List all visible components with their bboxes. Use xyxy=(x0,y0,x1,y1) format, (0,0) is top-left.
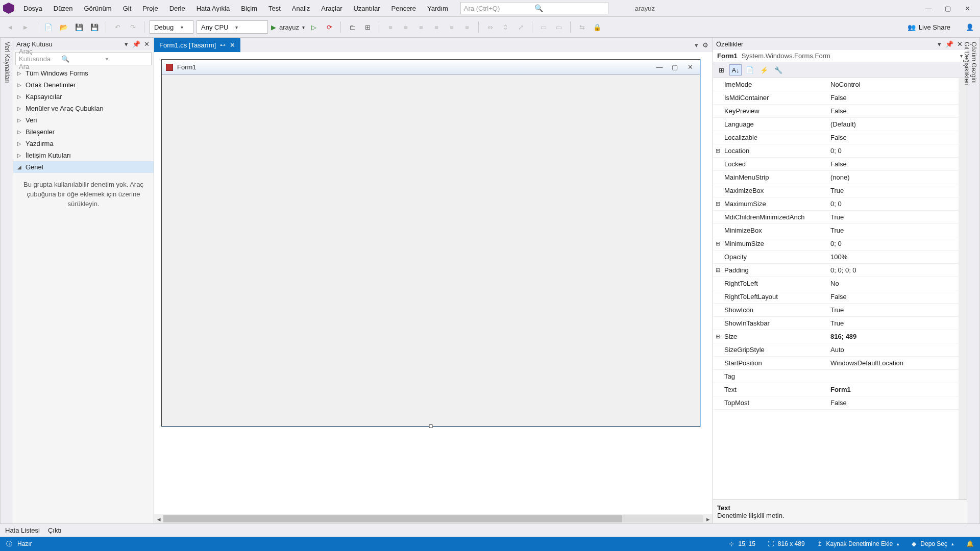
send-back-icon[interactable]: ▭ xyxy=(553,21,565,33)
prop-pages-icon[interactable]: 🔧 xyxy=(772,64,785,76)
tab-output[interactable]: Çıktı xyxy=(48,527,62,534)
property-row[interactable]: SizeGripStyleAuto xyxy=(713,343,959,357)
save-all-icon[interactable]: 💾 xyxy=(88,21,101,33)
toolbox-group[interactable]: ▷Bileşenler xyxy=(13,126,154,138)
property-row[interactable]: ⊞Size816; 489 xyxy=(713,330,959,343)
tab-pin-icon[interactable]: ⊷ xyxy=(220,42,226,48)
repo-select-button[interactable]: ◆ Depo Seç ▴ xyxy=(912,540,954,547)
property-row[interactable]: KeyPreviewFalse xyxy=(713,105,959,118)
tab-error-list[interactable]: Hata Listesi xyxy=(5,527,40,534)
menu-view[interactable]: Görünüm xyxy=(79,3,116,14)
menu-extensions[interactable]: Uzantılar xyxy=(348,3,385,14)
property-row[interactable]: ⊞MinimumSize0; 0 xyxy=(713,237,959,251)
prop-events-icon[interactable]: ⚡ xyxy=(758,64,770,76)
browse-icon[interactable]: 🗀 xyxy=(346,21,358,33)
property-row[interactable]: MainMenuStrip(none) xyxy=(713,171,959,184)
new-item-icon[interactable]: 📄 xyxy=(42,21,55,33)
scroll-left-icon[interactable]: ◂ xyxy=(154,515,163,523)
panel-close-icon[interactable]: ✕ xyxy=(955,40,964,48)
align-center-icon[interactable]: ≡ xyxy=(400,21,412,33)
menu-file[interactable]: Dosya xyxy=(18,3,47,14)
menu-format[interactable]: Biçim xyxy=(236,3,262,14)
close-icon[interactable]: ✕ xyxy=(963,5,972,12)
platform-combo[interactable]: Any CPU▾ xyxy=(197,20,268,34)
resize-handle-bottom[interactable] xyxy=(429,424,433,428)
property-row[interactable]: Opacity100% xyxy=(713,251,959,264)
expand-icon[interactable]: ⊞ xyxy=(713,240,722,247)
toolbox-group[interactable]: ▷İletişim Kutuları xyxy=(13,149,154,161)
design-form-window[interactable]: Form1 — ▢ ✕ xyxy=(161,59,700,427)
property-row[interactable]: MdiChildrenMinimizedAnchTrue xyxy=(713,211,959,224)
toolbox-group[interactable]: ▷Tüm Windows Forms xyxy=(13,67,154,79)
minimize-icon[interactable]: — xyxy=(924,5,933,12)
property-row[interactable]: ImeModeNoControl xyxy=(713,78,959,91)
scroll-right-icon[interactable]: ▸ xyxy=(703,515,713,523)
panel-dropdown-icon[interactable]: ▾ xyxy=(935,40,943,48)
property-row[interactable]: LockedFalse xyxy=(713,158,959,171)
property-row[interactable]: Language(Default) xyxy=(713,118,959,131)
align-top-icon[interactable]: ≡ xyxy=(430,21,443,33)
tab-close-icon[interactable]: ✕ xyxy=(230,41,235,49)
panel-dropdown-icon[interactable]: ▾ xyxy=(122,40,130,48)
start-nodebug-icon[interactable]: ▷ xyxy=(308,21,320,33)
property-row[interactable]: ⊞Padding0; 0; 0; 0 xyxy=(713,264,959,277)
menu-edit[interactable]: Düzen xyxy=(48,3,78,14)
account-icon[interactable]: 👤 xyxy=(964,21,976,33)
menu-project[interactable]: Proje xyxy=(137,3,163,14)
property-row[interactable]: RightToLeftNo xyxy=(713,277,959,290)
hspace-icon[interactable]: ⇔ xyxy=(484,21,496,33)
align-left-icon[interactable]: ≡ xyxy=(384,21,397,33)
vspace-icon[interactable]: ⇕ xyxy=(499,21,511,33)
toolbox-group[interactable]: ▷Veri xyxy=(13,114,154,126)
global-search-input[interactable]: Ara (Ctrl+Q) 🔍 xyxy=(460,2,608,14)
source-control-button[interactable]: ↥ Kaynak Denetimine Ekle ▴ xyxy=(817,540,900,547)
menu-window[interactable]: Pencere xyxy=(386,3,421,14)
toolbox-group[interactable]: ▷Ortak Denetimler xyxy=(13,79,154,91)
menu-debug[interactable]: Hata Ayıkla xyxy=(191,3,235,14)
nav-back-icon[interactable]: ◄ xyxy=(4,21,16,33)
menu-git[interactable]: Git xyxy=(118,3,137,14)
property-row[interactable]: LocalizableFalse xyxy=(713,131,959,144)
designer-h-scrollbar[interactable]: ◂ ▸ xyxy=(154,514,713,523)
panel-close-icon[interactable]: ✕ xyxy=(142,40,151,48)
property-row[interactable]: IsMdiContainerFalse xyxy=(713,91,959,105)
property-row[interactable]: ⊞Location0; 0 xyxy=(713,144,959,158)
properties-grid[interactable]: ImeModeNoControlIsMdiContainerFalseKeyPr… xyxy=(713,78,959,499)
pin-icon[interactable]: 📌 xyxy=(945,40,953,48)
menu-build[interactable]: Derle xyxy=(164,3,190,14)
nav-fwd-icon[interactable]: ► xyxy=(19,21,32,33)
tab-dropdown-icon[interactable]: ▾ xyxy=(695,41,698,49)
open-icon[interactable]: 📂 xyxy=(58,21,70,33)
notifications-icon[interactable]: 🔔 xyxy=(966,540,974,547)
align-bottom-icon[interactable]: ≡ xyxy=(461,21,473,33)
property-row[interactable]: MaximizeBoxTrue xyxy=(713,184,959,197)
menu-help[interactable]: Yardım xyxy=(422,3,453,14)
side-tab-data-sources[interactable]: Veri Kaynakları xyxy=(0,38,13,523)
layout-icon[interactable]: ⊞ xyxy=(361,21,374,33)
hot-reload-icon[interactable]: ⟳ xyxy=(323,21,335,33)
side-tab-git-changes[interactable]: Git Değişiklikleri xyxy=(963,42,970,519)
menu-test[interactable]: Test xyxy=(263,3,286,14)
lock-icon[interactable]: 🔒 xyxy=(591,21,603,33)
property-row[interactable]: TopMostFalse xyxy=(713,396,959,410)
prop-alphabetical-icon[interactable]: A↓ xyxy=(729,64,742,76)
tab-order-icon[interactable]: ⇆ xyxy=(576,21,588,33)
toolbox-search-input[interactable]: Araç Kutusunda Ara 🔍 ▾ xyxy=(15,52,152,65)
expand-icon[interactable]: ⊞ xyxy=(713,201,722,207)
property-row[interactable]: ShowInTaskbarTrue xyxy=(713,317,959,330)
config-combo[interactable]: Debug▾ xyxy=(150,20,193,34)
property-row[interactable]: TextForm1 xyxy=(713,383,959,396)
menu-analyze[interactable]: Analiz xyxy=(287,3,315,14)
tab-settings-icon[interactable]: ⚙ xyxy=(702,41,708,49)
side-tab-solution-explorer[interactable]: Çözüm Gezgini xyxy=(970,42,977,512)
prop-categorized-icon[interactable]: ⊞ xyxy=(715,64,727,76)
redo-icon[interactable]: ↷ xyxy=(127,21,139,33)
toolbox-group[interactable]: ◢Genel xyxy=(13,161,154,173)
pin-icon[interactable]: 📌 xyxy=(132,40,140,48)
align-right-icon[interactable]: ≡ xyxy=(415,21,427,33)
save-icon[interactable]: 💾 xyxy=(73,21,85,33)
align-middle-icon[interactable]: ≡ xyxy=(446,21,458,33)
live-share-button[interactable]: 👥 Live Share xyxy=(908,23,961,31)
expand-icon[interactable]: ⊞ xyxy=(713,147,722,154)
bring-front-icon[interactable]: ▭ xyxy=(537,21,550,33)
